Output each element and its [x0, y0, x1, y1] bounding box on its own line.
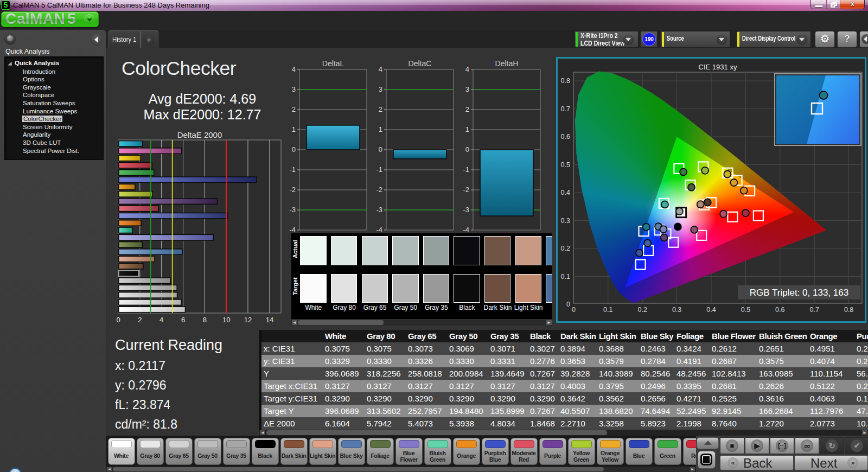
svg-text:RGB Triplet: 0, 133, 163: RGB Triplet: 0, 133, 163 — [750, 288, 848, 298]
svg-text:-3: -3 — [463, 206, 469, 214]
svg-text:6: 6 — [181, 316, 185, 324]
svg-text:-4: -4 — [463, 226, 469, 234]
svg-text:2: 2 — [138, 316, 142, 324]
svg-text:-3: -3 — [289, 206, 296, 214]
svg-text:-1: -1 — [463, 165, 469, 174]
svg-text:3: 3 — [379, 85, 382, 93]
svg-text:DeltaL: DeltaL — [322, 59, 344, 68]
svg-text:-2: -2 — [463, 186, 469, 194]
svg-text:0: 0 — [116, 316, 120, 324]
svg-text:14: 14 — [266, 316, 273, 324]
svg-text:4: 4 — [292, 65, 296, 73]
svg-text:1: 1 — [379, 125, 382, 133]
svg-text:2: 2 — [379, 105, 382, 113]
svg-text:12: 12 — [244, 316, 252, 324]
svg-text:0: 0 — [465, 145, 469, 154]
svg-text:-2: -2 — [289, 186, 296, 194]
svg-text:4: 4 — [465, 65, 469, 73]
svg-text:3: 3 — [465, 85, 469, 93]
svg-text:1: 1 — [465, 125, 469, 133]
svg-text:-4: -4 — [289, 226, 296, 234]
svg-text:2: 2 — [292, 105, 296, 113]
svg-text:-1: -1 — [289, 165, 296, 174]
svg-text:DeltaH: DeltaH — [495, 59, 519, 68]
svg-text:0: 0 — [292, 145, 296, 154]
svg-text:2: 2 — [465, 105, 469, 113]
svg-text:3: 3 — [292, 85, 296, 93]
svg-text:8: 8 — [203, 316, 207, 324]
svg-text:DeltaC: DeltaC — [409, 59, 432, 68]
svg-text:-3: -3 — [376, 206, 382, 214]
svg-text:4: 4 — [159, 316, 163, 324]
svg-text:4: 4 — [379, 65, 382, 73]
svg-text:-1: -1 — [376, 165, 382, 174]
svg-text:10: 10 — [222, 316, 230, 324]
svg-text:-2: -2 — [376, 186, 382, 194]
svg-text:-4: -4 — [376, 226, 382, 234]
svg-text:0: 0 — [379, 145, 382, 154]
svg-text:1: 1 — [292, 125, 296, 133]
